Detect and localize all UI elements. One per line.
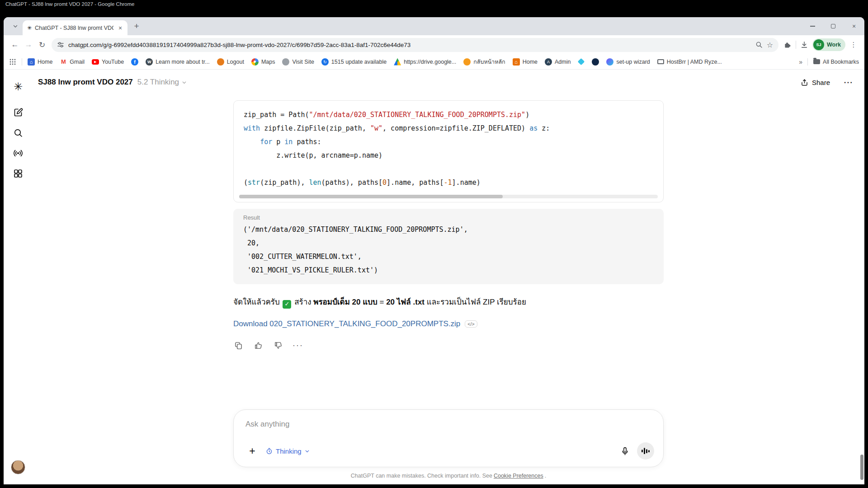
- omnibox[interactable]: chatgpt.com/g/g-6992efdd4038819191740499…: [52, 38, 778, 52]
- bookmark-item[interactable]: Learn more about tr...: [146, 58, 210, 66]
- composer[interactable]: Ask anything + Thinking: [233, 409, 664, 467]
- tab-search-button[interactable]: [9, 20, 22, 33]
- reload-icon: ↻: [39, 40, 45, 50]
- bookmark-label: Learn more about tr...: [156, 59, 210, 65]
- maps-bookmark-icon: [251, 58, 259, 66]
- bookmark-item[interactable]: Home: [513, 58, 538, 66]
- bookmark-item[interactable]: Maps: [251, 58, 275, 66]
- new-tab-button[interactable]: +: [130, 20, 143, 33]
- bookmark-item[interactable]: Visit Site: [282, 58, 314, 66]
- close-button[interactable]: ×: [844, 17, 864, 35]
- bookmark-item[interactable]: [592, 58, 599, 66]
- bookmark-item[interactable]: Gmail: [60, 58, 85, 66]
- bookmark-star-icon[interactable]: ☆: [767, 41, 773, 49]
- site-controls-icon[interactable]: [57, 41, 64, 48]
- browser-toolbar: ← → ↻ chatgpt.com/g/g-6992efdd4038819191…: [4, 35, 864, 54]
- conversation-menu-button[interactable]: ⋯: [844, 77, 853, 88]
- bookmark-item[interactable]: กลับหน้าหลัก: [463, 57, 505, 66]
- code-line: (str(zip_path), len(paths), paths[0].nam…: [244, 176, 653, 189]
- site-bookmark-icon: [282, 58, 289, 66]
- zoom-icon[interactable]: [755, 41, 763, 48]
- bookmark-item[interactable]: YouTube: [92, 59, 124, 65]
- chevron-down-icon: [13, 23, 18, 29]
- search-icon: [13, 127, 24, 138]
- chat-header: SJ88 lnw promt VDO 2027 5.2 Thinking Sha…: [33, 70, 864, 95]
- back-button[interactable]: ←: [8, 38, 22, 52]
- drive-bookmark-icon: [394, 58, 401, 66]
- bookmark-item[interactable]: Logout: [217, 58, 244, 66]
- code-badge-icon[interactable]: </>: [465, 320, 477, 328]
- chat-scroll-area[interactable]: zip_path = Path("/mnt/data/020_STATIONER…: [33, 95, 864, 409]
- bookmark-item[interactable]: [131, 58, 138, 66]
- new-chat-button[interactable]: [9, 104, 27, 121]
- clock-icon: [265, 447, 273, 455]
- browser-tab[interactable]: ✳ ChatGPT - SJ88 lnw promt VDO ×: [23, 20, 127, 35]
- minimize-button[interactable]: [802, 17, 823, 35]
- folder-icon: [813, 59, 820, 64]
- behind-window-title: ChatGPT - SJ88 lnw promt VDO 2027 - Goog…: [5, 1, 135, 7]
- attach-button[interactable]: +: [245, 444, 259, 458]
- apps-grid-icon[interactable]: [9, 58, 16, 66]
- thumbs-up-button[interactable]: [253, 340, 263, 350]
- download-link[interactable]: Download 020_STATIONERY_TALKING_FOOD_20P…: [233, 319, 460, 328]
- bookmark-item[interactable]: Admin: [545, 58, 571, 66]
- result-line: '002_CUTTER_WATERMELON.txt',: [243, 250, 654, 263]
- user-avatar[interactable]: [11, 460, 25, 474]
- bookmark-label: https://drive.google...: [404, 59, 456, 65]
- thinking-label: Thinking: [276, 447, 302, 455]
- profile-chip[interactable]: SJ Work: [812, 38, 845, 51]
- code-content[interactable]: zip_path = Path("/mnt/data/020_STATIONER…: [234, 108, 663, 189]
- all-bookmarks-button[interactable]: All Bookmarks: [813, 59, 859, 65]
- search-chats-button[interactable]: [9, 124, 27, 141]
- bookmark-item[interactable]: https://drive.google...: [394, 58, 456, 66]
- bookmark-item[interactable]: Home: [28, 58, 52, 66]
- bookmark-item[interactable]: set-up wizard: [606, 58, 650, 66]
- monitor-bookmark-icon: [657, 59, 664, 64]
- bookmarks-overflow-button[interactable]: »: [799, 58, 802, 66]
- chatgpt-logo[interactable]: ✳: [11, 80, 25, 94]
- cookie-preferences-link[interactable]: Cookie Preferences: [494, 473, 543, 479]
- message-input[interactable]: Ask anything: [245, 420, 654, 429]
- downloads-button[interactable]: [798, 38, 811, 51]
- back-icon: ←: [11, 40, 19, 49]
- tab-title: ChatGPT - SJ88 lnw promt VDO: [35, 25, 113, 31]
- chatgpt-main: SJ88 lnw promt VDO 2027 5.2 Thinking Sha…: [33, 70, 864, 484]
- forward-button[interactable]: →: [22, 38, 35, 52]
- scrollbar-thumb[interactable]: [239, 195, 503, 198]
- chevron-down-icon: [181, 80, 187, 85]
- thumbs-down-button[interactable]: [273, 340, 283, 350]
- voice-button[interactable]: [9, 145, 27, 162]
- extensions-button[interactable]: [781, 38, 794, 51]
- browser-menu-button[interactable]: ⋮: [847, 38, 860, 51]
- bookmark-item[interactable]: [578, 59, 585, 64]
- bookmark-label: Home: [38, 59, 52, 65]
- disclaimer-text: ChatGPT can make mistakes. Check importa…: [351, 473, 492, 479]
- message-text: จัดให้แล้วครับ: [233, 298, 282, 306]
- voice-mode-button[interactable]: [637, 442, 654, 460]
- model-selector[interactable]: 5.2 Thinking: [137, 78, 187, 87]
- message-more-button[interactable]: ···: [293, 340, 303, 350]
- wizard-bookmark-icon: [606, 58, 613, 66]
- code-horizontal-scrollbar[interactable]: [239, 195, 658, 198]
- check-icon: ✓: [283, 300, 291, 309]
- thinking-mode-button[interactable]: Thinking: [265, 447, 310, 455]
- url-text[interactable]: chatgpt.com/g/g-6992efdd4038819191740499…: [68, 42, 751, 48]
- reload-button[interactable]: ↻: [35, 38, 49, 52]
- share-button[interactable]: Share: [800, 78, 830, 87]
- mic-button[interactable]: [617, 443, 632, 459]
- bookmarks-bar: Home Gmail YouTube: [4, 54, 864, 70]
- page-scrollbar-thumb[interactable]: [860, 455, 863, 480]
- maximize-button[interactable]: [823, 17, 844, 35]
- waveform-icon: [642, 450, 643, 452]
- composer-zone: Ask anything + Thinking: [33, 409, 864, 484]
- copy-button[interactable]: [233, 340, 243, 350]
- wordpress-bookmark-icon: [146, 58, 153, 66]
- chatgpt-favicon: ✳: [27, 25, 32, 31]
- bookmark-item[interactable]: HostBrr | AMD Ryze...: [657, 59, 722, 65]
- download-row: Download 020_STATIONERY_TALKING_FOOD_20P…: [233, 319, 664, 328]
- code-line: [244, 162, 653, 176]
- gpts-button[interactable]: [9, 165, 27, 182]
- bookmark-item[interactable]: 1515 update available: [321, 58, 387, 66]
- message-actions: ···: [233, 340, 664, 350]
- tab-close-button[interactable]: ×: [117, 24, 124, 32]
